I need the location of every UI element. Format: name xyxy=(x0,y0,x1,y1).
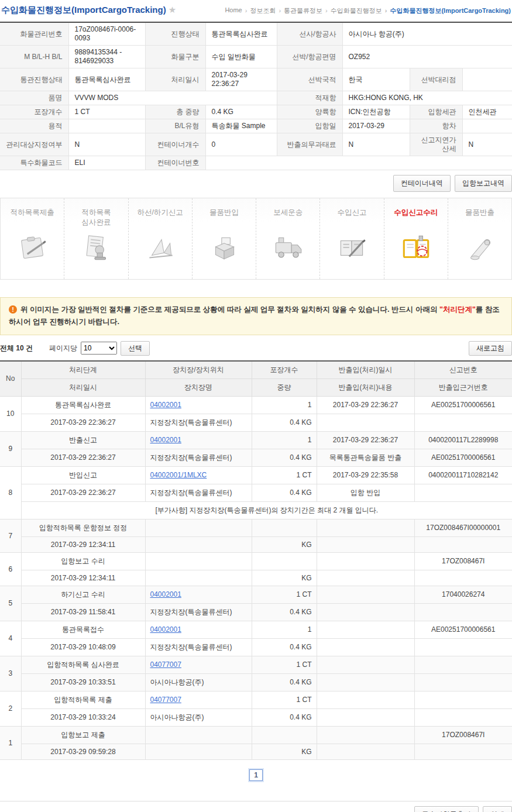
row-no: 6 xyxy=(0,552,21,586)
table-row: 4통관목록접수040020011AE00251700006561 xyxy=(0,621,512,638)
io-reference-number xyxy=(414,744,512,759)
info-value xyxy=(68,119,145,133)
storage-location-link[interactable]: 04002001 xyxy=(150,590,181,598)
package-count: 1 xyxy=(252,396,317,414)
storage-location-link[interactable]: 04002001 xyxy=(150,436,181,444)
info-value: 인천세관 xyxy=(462,105,512,119)
per-page-select[interactable]: 10 xyxy=(81,342,117,355)
page-title-text: 수입화물진행정보(ImportCargoTracking) xyxy=(1,5,166,15)
breadcrumb-item[interactable]: 수입화물진행정보(ImportCargoTracking) xyxy=(382,6,511,15)
info-value: N xyxy=(342,133,410,156)
col-io-time: 반출입(처리)일시 xyxy=(317,361,414,379)
process-datetime: 2017-03-29 09:59:28 xyxy=(21,744,145,759)
declaration-number: 040020011710282142 xyxy=(414,466,512,484)
process-datetime: 2017-03-29 10:33:24 xyxy=(21,708,145,726)
process-datetime: 2017-03-29 22:36:27 xyxy=(21,484,145,501)
info-value: HKG:HONG KONG, HK xyxy=(342,91,512,105)
io-description: 입항 반입 xyxy=(317,484,414,501)
process-step-label: 물품반출 xyxy=(448,208,511,230)
storage-location-link[interactable]: 04002001 xyxy=(150,625,181,634)
io-description xyxy=(317,536,414,552)
goods-release-icon xyxy=(448,235,511,263)
cargo-progress-body: 10통관목록심사완료0400200112017-03-29 22:36:27AE… xyxy=(0,396,512,759)
info-value: 특송화물 Sample xyxy=(205,119,277,133)
process-stage: 입항적하목록 운항정보 정정 xyxy=(21,519,145,536)
breadcrumb: Home정보조회통관물류정보수입화물진행정보수입화물진행정보(ImportCar… xyxy=(225,6,511,15)
info-label: 포장개수 xyxy=(0,105,68,119)
io-reference-number: AE00251700006561 xyxy=(414,449,512,466)
breadcrumb-item[interactable]: Home xyxy=(225,6,242,15)
info-label: 양륙항 xyxy=(277,105,342,119)
declaration-number: AE00251700006561 xyxy=(414,621,512,638)
row-no: 2 xyxy=(0,691,21,726)
col-location-name: 장치장명 xyxy=(145,379,252,396)
storage-location-link[interactable]: 04002001 xyxy=(150,401,181,409)
cargo-progress-table: No 처리단계 장치장/장치위치 포장개수 반출입(처리)일시 신고번호 처리일… xyxy=(0,360,512,760)
select-button[interactable]: 선택 xyxy=(121,341,150,356)
breadcrumb-item[interactable]: 수입화물진행정보 xyxy=(322,6,382,15)
process-step: 보세운송 xyxy=(256,198,320,279)
process-step-label: 수입신고 xyxy=(320,208,383,230)
table-row: 2017-03-29 09:59:28KG xyxy=(0,744,512,759)
storage-name xyxy=(145,536,252,552)
io-description xyxy=(317,570,414,586)
arrival-report-button[interactable]: 입항보고내역 xyxy=(455,175,512,192)
info-value: 한국 xyxy=(342,68,410,91)
storage-location xyxy=(145,519,252,536)
container-detail-button[interactable]: 컨테이너내역 xyxy=(393,175,451,192)
table-row: 2017-03-29 22:36:27지정장치장(특송물류센터)0.4 KG xyxy=(0,414,512,431)
info-label: 화물구분 xyxy=(145,46,205,68)
info-value: 1 CT xyxy=(68,105,145,119)
storage-location-link[interactable]: 04077007 xyxy=(150,696,181,704)
print-button[interactable]: 인쇄 xyxy=(483,806,512,812)
row-no: 3 xyxy=(0,656,21,691)
cargo-info-body: 화물관리번호17oZ008467i-0006-0093진행상태통관목록심사완료선… xyxy=(0,22,512,170)
table-row: 6입항보고 수리17OZ008467I xyxy=(0,552,512,570)
process-datetime: 2017-03-29 10:33:51 xyxy=(21,673,145,691)
goods-entry-icon xyxy=(193,235,256,263)
col-location: 장치장/장치위치 xyxy=(145,361,252,379)
row-no: 9 xyxy=(0,431,21,466)
info-value: 아시아나 항공(주) xyxy=(342,22,512,46)
info-label: 반출의무과태료 xyxy=(277,133,342,156)
process-step-label: 수입신고수리 xyxy=(384,208,448,230)
total-count-label: 전체 10 건 xyxy=(0,343,33,353)
storage-location-link[interactable]: 04002001/1MLXC xyxy=(150,471,207,479)
table-row: 5하기신고 수리040020011 CT17040026274 xyxy=(0,586,512,603)
favorite-star-icon[interactable]: ★ xyxy=(169,5,176,15)
info-value: 0 xyxy=(205,133,277,156)
page-title: 수입화물진행정보(ImportCargoTracking)★ xyxy=(1,5,176,16)
info-label: 특수화물코드 xyxy=(0,156,68,170)
storage-name: 지정장치장(특송물류센터) xyxy=(145,638,252,656)
package-count: 1 CT xyxy=(252,586,317,603)
declaration-number: AE00251700006561 xyxy=(414,396,512,414)
process-datetime: 2017-03-29 12:34:11 xyxy=(21,536,145,552)
detail-button-row: 컨테이너내역 입항보고내역 xyxy=(0,170,512,198)
storage-location xyxy=(145,552,252,570)
info-label: M B/L-H B/L xyxy=(0,46,68,68)
table-note-row: [부가사항] 지정장치장(특송물류센터)의 장치기간은 최대 2 개월 입니다. xyxy=(0,501,512,519)
info-value: 통관목록심사완료 xyxy=(68,68,145,91)
table-row: 2017-03-29 22:36:27지정장치장(특송물류센터)0.4 KG입항… xyxy=(0,484,512,501)
process-step-label: 물품반입 xyxy=(193,208,256,230)
declaration-number: 17OZ008467I00000001 xyxy=(414,519,512,536)
page-number[interactable]: 1 xyxy=(249,769,263,781)
io-description xyxy=(317,673,414,691)
warning-highlight: "처리단계" xyxy=(439,305,476,314)
process-stage: 통관목록심사완료 xyxy=(21,396,145,414)
process-stage: 입항적하목록 제출 xyxy=(21,691,145,708)
process-step: 수입신고 xyxy=(320,198,384,279)
info-value: N xyxy=(68,133,145,156)
io-reference-number xyxy=(414,708,512,726)
breadcrumb-item[interactable]: 통관물류정보 xyxy=(276,6,322,15)
table-row: 2017-03-29 12:34:11KG xyxy=(0,536,512,552)
info-value xyxy=(205,156,512,170)
col-decl-no: 신고번호 xyxy=(414,361,512,379)
refresh-button[interactable]: 새로고침 xyxy=(469,341,512,356)
io-reference-number xyxy=(414,414,512,431)
process-step: 수입신고수리 xyxy=(384,198,448,279)
io-reference-number xyxy=(414,484,512,501)
storage-location-link[interactable]: 04077007 xyxy=(150,660,181,669)
express-track-button[interactable]: 특송사화물추적 xyxy=(414,806,479,812)
breadcrumb-item[interactable]: 정보조회 xyxy=(242,6,276,15)
